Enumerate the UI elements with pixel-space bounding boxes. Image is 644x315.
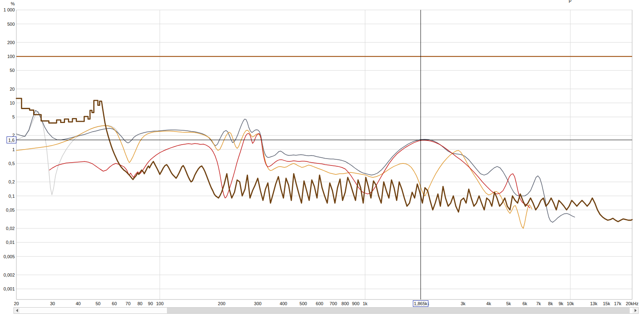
scroll-left-button[interactable] [14,308,20,313]
x-tick-label: 40 [76,301,81,306]
y-tick-label: 500 [7,22,15,27]
x-tick-label: 60 [112,301,117,306]
y-tick-label: 50 [10,68,15,73]
y-tick-label: 20 [10,87,15,92]
measurement-window: %1 0005002001005020105210,50,20,10,050,0… [0,0,644,315]
y-tick-label: 0,01 [6,240,15,245]
y-tick-label: 5 [12,114,15,119]
scrollbar-track[interactable] [20,308,633,313]
x-tick-label: 9k [558,301,563,306]
y-tick-label: 1 [12,147,15,152]
x-tick-label: 10k [567,301,574,306]
cursor-y-readout: 1,6 [8,138,14,143]
x-tick-label: 70 [126,301,131,306]
x-tick-label: 20 [14,301,19,306]
cursor[interactable]: 1,61,865k [7,10,633,306]
x-tick-label: 50 [95,301,100,306]
y-tick-label: 100 [7,54,15,59]
x-tick-label: 80 [137,301,142,306]
gridlines [16,10,632,299]
x-tick-label: 1k [363,301,367,306]
y-axis-unit: % [11,1,15,6]
y-tick-label: 0,5 [9,161,15,166]
series-orange [16,125,532,228]
scroll-right-button[interactable] [633,308,638,313]
x-tick-label: 7k [536,301,541,306]
y-tick-label: 0,005 [3,254,15,259]
x-tick-label: 30 [50,301,55,306]
right-arrow-icon [635,309,637,312]
distortion-chart: %1 0005002001005020105210,50,20,10,050,0… [0,0,644,308]
x-tick-label: 900 [352,301,359,306]
x-tick-label: 5k [506,301,511,306]
x-tick-label: 500 [299,301,307,306]
x-tick-label: 6k [522,301,527,306]
scrollbar-thumb[interactable] [167,308,630,313]
x-tick-label: 90 [148,301,153,306]
series-silver [16,111,120,195]
x-tick-label: 400 [280,301,287,306]
x-tick-label: 100 [156,301,163,306]
y-axis-labels: %1 0005002001005020105210,50,20,10,050,0… [3,1,15,291]
y-tick-label: 0,2 [9,179,15,184]
x-tick-label: 300 [254,301,261,306]
x-tick-label: 17k [614,301,621,306]
x-tick-label: 20kHz [626,301,638,306]
x-tick-label: 200 [218,301,225,306]
x-tick-label: 4k [486,301,491,306]
y-tick-label: 10 [10,101,15,105]
x-tick-label: 15k [603,301,610,306]
x-tick-label: 8k [548,301,553,306]
y-tick-label: 1 000 [3,7,15,12]
y-tick-label: 0,001 [3,286,15,291]
x-tick-label: 13k [590,301,597,306]
clipped-text-fragment: p [569,0,572,3]
y-tick-label: 0,02 [6,226,15,231]
y-tick-label: 0,1 [9,194,15,199]
cursor-x-readout: 1,865k [414,301,428,306]
y-tick-label: 200 [7,40,15,45]
left-arrow-icon [16,309,18,312]
horizontal-scrollbar[interactable] [14,307,639,314]
y-tick-label: 0,05 [6,208,15,212]
x-tick-label: 3k [461,301,466,306]
x-tick-label: 800 [342,301,349,306]
x-tick-label: 700 [329,301,337,306]
series-red [50,134,530,208]
x-axis-labels: 2030405060708090100200300400500600700800… [14,301,639,306]
y-tick-label: 0,002 [3,273,15,277]
x-tick-label: 600 [316,301,323,306]
